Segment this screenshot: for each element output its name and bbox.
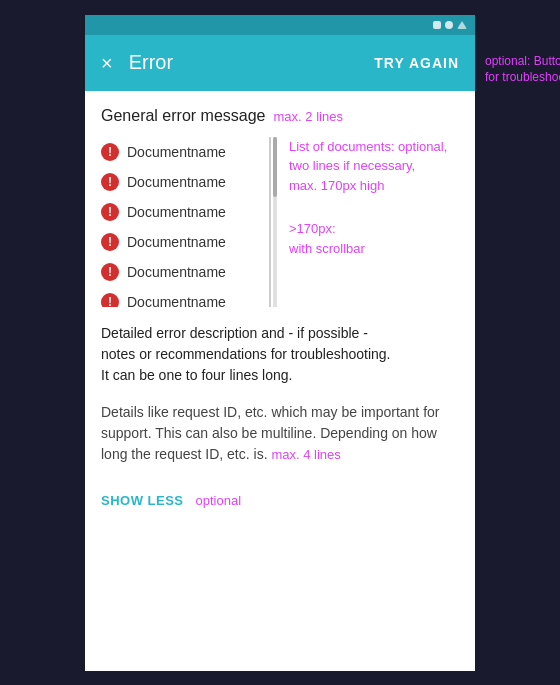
doc-name: Documentname	[127, 264, 226, 280]
scrollbar-track[interactable]	[273, 137, 277, 307]
status-icon-1	[433, 21, 441, 29]
status-icon-3	[457, 21, 467, 29]
error-description: Detailed error description and - if poss…	[101, 323, 459, 386]
list-item: ! Documentname	[101, 167, 269, 197]
status-icon-2	[445, 21, 453, 29]
dialog-title: Error	[129, 51, 359, 74]
scroll-annotation: >170px:with scrollbar	[289, 219, 459, 258]
details-section: Details like request ID, etc. which may …	[101, 402, 459, 465]
error-icon: !	[101, 233, 119, 251]
max-lines-hint: max. 2 lines	[274, 109, 343, 124]
list-item: ! Documentname	[101, 197, 269, 227]
general-error-label: General error message	[101, 107, 266, 125]
general-error-row: General error message max. 2 lines	[101, 107, 459, 125]
header: × Error TRY AGAIN	[85, 35, 475, 91]
error-icon: !	[101, 203, 119, 221]
error-icon: !	[101, 173, 119, 191]
error-icon: !	[101, 293, 119, 307]
annotation-area: List of documents: optional,two lines if…	[277, 137, 459, 307]
content-area: General error message max. 2 lines ! Doc…	[85, 91, 475, 671]
document-list-area: ! Documentname ! Documentname ! Document…	[101, 137, 459, 307]
show-less-button[interactable]: SHOW LESS	[101, 493, 184, 508]
footer: SHOW LESS optional	[101, 485, 459, 508]
list-item: ! Documentname	[101, 227, 269, 257]
list-item: ! Documentname	[101, 257, 269, 287]
doc-name: Documentname	[127, 294, 226, 307]
try-again-button[interactable]: TRY AGAIN	[374, 55, 459, 71]
error-icon: !	[101, 263, 119, 281]
screen-container: × Error TRY AGAIN General error message …	[85, 15, 475, 671]
doc-name: Documentname	[127, 174, 226, 190]
document-list: ! Documentname ! Documentname ! Document…	[101, 137, 271, 307]
close-button[interactable]: ×	[101, 53, 113, 73]
outside-annotation: optional: Buttonfor troubleshooting	[485, 53, 560, 87]
list-annotation: List of documents: optional,two lines if…	[289, 137, 459, 196]
list-item: ! Documentname	[101, 287, 269, 307]
doc-name: Documentname	[127, 234, 226, 250]
error-icon: !	[101, 143, 119, 161]
doc-name: Documentname	[127, 204, 226, 220]
scrollbar-thumb[interactable]	[273, 137, 277, 197]
status-bar	[85, 15, 475, 35]
list-item: ! Documentname	[101, 137, 269, 167]
doc-name: Documentname	[127, 144, 226, 160]
max-four-lines-hint: max. 4 lines	[271, 447, 340, 462]
optional-label: optional	[196, 493, 242, 508]
